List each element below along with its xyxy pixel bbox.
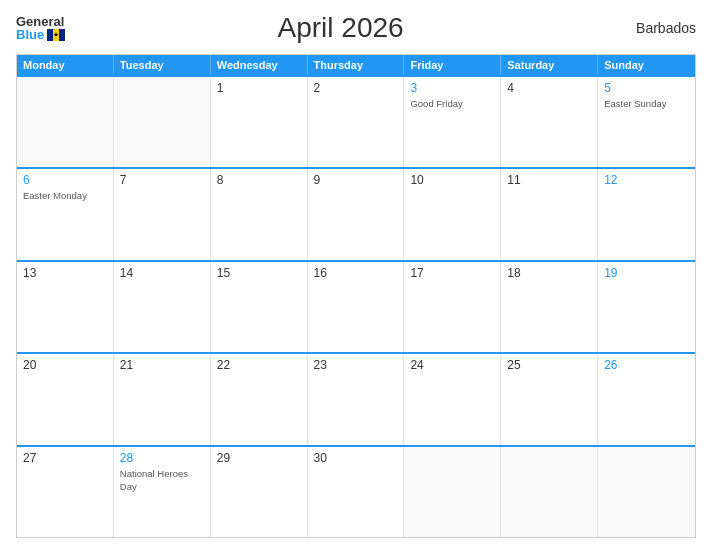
logo: General Blue	[16, 15, 65, 41]
cell-w4-mon: 20	[17, 354, 114, 444]
cell-w5-tue: 28 National Heroes Day	[114, 447, 211, 537]
country-label: Barbados	[616, 20, 696, 36]
col-monday: Monday	[17, 55, 114, 75]
cell-w2-thu: 9	[308, 169, 405, 259]
svg-rect-0	[47, 29, 53, 41]
cell-w2-fri: 10	[404, 169, 501, 259]
cell-w4-wed: 22	[211, 354, 308, 444]
cell-w2-wed: 8	[211, 169, 308, 259]
calendar-header: Monday Tuesday Wednesday Thursday Friday…	[17, 55, 695, 75]
cell-w4-thu: 23	[308, 354, 405, 444]
col-wednesday: Wednesday	[211, 55, 308, 75]
cell-w3-wed: 15	[211, 262, 308, 352]
col-saturday: Saturday	[501, 55, 598, 75]
cell-w1-fri: 3 Good Friday	[404, 77, 501, 167]
col-thursday: Thursday	[308, 55, 405, 75]
cell-w5-fri	[404, 447, 501, 537]
week-1: 1 2 3 Good Friday 4 5 Easter Sunday	[17, 75, 695, 167]
col-friday: Friday	[404, 55, 501, 75]
page-title: April 2026	[65, 12, 616, 44]
logo-flag-icon	[47, 29, 65, 41]
cell-w2-mon: 6 Easter Monday	[17, 169, 114, 259]
cell-w1-sun: 5 Easter Sunday	[598, 77, 695, 167]
cell-w3-fri: 17	[404, 262, 501, 352]
week-2: 6 Easter Monday 7 8 9 10 11	[17, 167, 695, 259]
cell-w5-mon: 27	[17, 447, 114, 537]
cell-w4-sat: 25	[501, 354, 598, 444]
cell-w1-sat: 4	[501, 77, 598, 167]
calendar-page: General Blue April 2026 Barbados Monday …	[0, 0, 712, 550]
cell-w3-mon: 13	[17, 262, 114, 352]
logo-blue-text: Blue	[16, 28, 65, 41]
week-4: 20 21 22 23 24 25 26	[17, 352, 695, 444]
cell-w4-fri: 24	[404, 354, 501, 444]
week-5: 27 28 National Heroes Day 29 30	[17, 445, 695, 537]
cell-w5-wed: 29	[211, 447, 308, 537]
cell-w1-tue	[114, 77, 211, 167]
cell-w2-sun: 12	[598, 169, 695, 259]
week-3: 13 14 15 16 17 18 19	[17, 260, 695, 352]
cell-w4-tue: 21	[114, 354, 211, 444]
cell-w5-thu: 30	[308, 447, 405, 537]
cell-w5-sun	[598, 447, 695, 537]
cell-w3-tue: 14	[114, 262, 211, 352]
calendar-grid: Monday Tuesday Wednesday Thursday Friday…	[16, 54, 696, 538]
cell-w1-wed: 1	[211, 77, 308, 167]
cell-w3-sun: 19	[598, 262, 695, 352]
cell-w3-sat: 18	[501, 262, 598, 352]
cell-w2-tue: 7	[114, 169, 211, 259]
cell-w1-thu: 2	[308, 77, 405, 167]
cell-w3-thu: 16	[308, 262, 405, 352]
calendar-body: 1 2 3 Good Friday 4 5 Easter Sunday	[17, 75, 695, 537]
page-header: General Blue April 2026 Barbados	[16, 12, 696, 44]
cell-w5-sat	[501, 447, 598, 537]
col-tuesday: Tuesday	[114, 55, 211, 75]
cell-w2-sat: 11	[501, 169, 598, 259]
col-sunday: Sunday	[598, 55, 695, 75]
cell-w4-sun: 26	[598, 354, 695, 444]
cell-w1-mon	[17, 77, 114, 167]
